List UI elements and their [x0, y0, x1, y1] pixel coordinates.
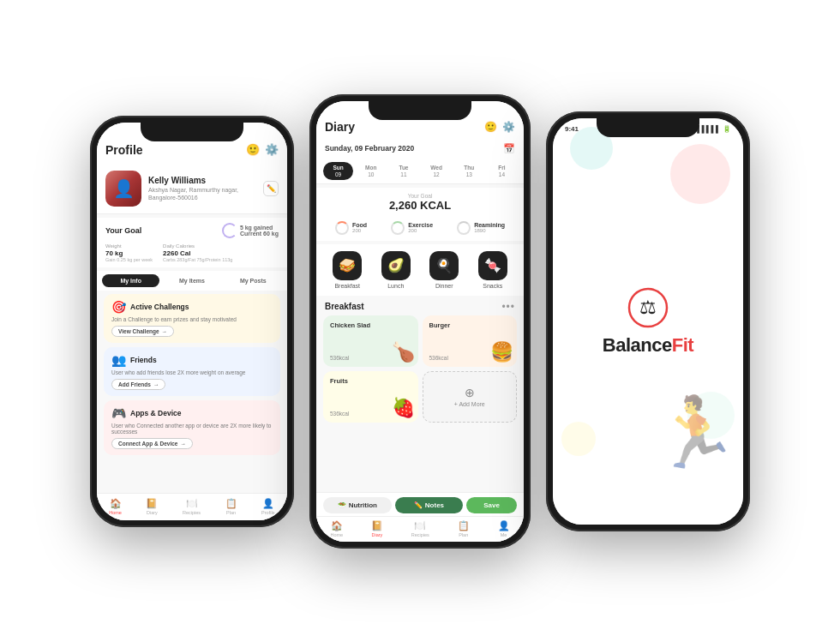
dinner-label: Dinner — [435, 283, 453, 289]
card-apps: 🎮 Apps & Device User who Connected anoth… — [104, 400, 280, 455]
settings-icon[interactable]: ⚙️ — [265, 143, 279, 156]
add-more-button[interactable]: ⊕ + Add More — [423, 371, 518, 423]
tab-my-info[interactable]: My Info — [102, 274, 159, 287]
goal-gain: 5 kg gained — [240, 225, 279, 231]
breakfast-section-header: Breakfast ••• — [316, 296, 524, 315]
exercise-circle — [391, 221, 405, 235]
card-challenges-title: Active Challengs — [130, 303, 189, 311]
diary-goal-label: Your Goal — [321, 193, 519, 199]
gain-rate: Gain 0.25 kg per week — [105, 257, 153, 262]
notes-button[interactable]: ✏️ Notes — [395, 497, 464, 513]
profile-location: Akshya Nagar, Rammurthy nagar, — [148, 187, 238, 193]
day-wed[interactable]: Wed 12 — [422, 162, 452, 180]
food-value: 200 — [352, 228, 367, 233]
profile-user-card: 👤 Kelly Williams Akshya Nagar, Rammurthy… — [97, 164, 287, 214]
day-sun[interactable]: Sun 09 — [323, 162, 353, 180]
card-friends-header: 👥 Friends — [111, 353, 273, 367]
diary-screen: Diary 🙂 ⚙️ Sunday, 09 February 2020 📅 Su… — [316, 101, 524, 542]
profile-screen-wrapper: Profile 🙂 ⚙️ 👤 Kelly Williams Akshya Nag… — [97, 123, 287, 520]
carbs-info: Carbs 283g/Fat 75g/Protein 113g — [163, 257, 232, 262]
notch-diary — [369, 101, 471, 120]
diary-goal-section: Your Goal 2,260 KCAL — [316, 188, 524, 217]
friends-icon: 👥 — [111, 353, 126, 367]
diary-settings-icon[interactable]: ⚙️ — [502, 121, 515, 133]
meal-dinner[interactable]: 🍳 Dinner — [429, 251, 459, 289]
nav-recipes[interactable]: 🍽️ Recipies — [183, 498, 201, 515]
snacks-circle: 🍬 — [478, 251, 507, 280]
chicken-icon: 🍗 — [392, 341, 415, 363]
plus-icon: ⊕ — [465, 386, 475, 399]
fruits-icon: 🍓 — [392, 397, 415, 419]
remaining-label: Reamining — [474, 222, 505, 228]
card-apps-desc: User who Connected another app or device… — [111, 423, 273, 435]
logo-black-text: Balance — [603, 334, 672, 356]
goal-header: Your Goal 5 kg gained Current 60 kg — [105, 223, 279, 238]
edit-profile-button[interactable]: ✏️ — [263, 181, 279, 196]
diary-nav-plan[interactable]: 📋 Plan — [458, 520, 470, 537]
diary-nav-me[interactable]: 👤 Me — [498, 520, 510, 537]
food-fruits[interactable]: Fruits 536kcal 🍓 — [323, 371, 418, 423]
diary-nav-home[interactable]: 🏠 Home — [330, 520, 343, 537]
status-icons: ▐▐ ▌▌▌ 🔋 — [694, 125, 731, 133]
add-friends-button[interactable]: Add Friends → — [111, 379, 165, 390]
diary-bottom-bar: 🥗 Nutrition ✏️ Notes Save — [316, 492, 524, 518]
macro-remaining: Reamining 1890 — [457, 221, 505, 235]
goal-gain-info: 5 kg gained Current 60 kg — [240, 225, 279, 237]
profile-stats: Weight 70 kg Gain 0.25 kg per week Daily… — [105, 242, 279, 262]
diary-nav-diary[interactable]: 📔 Diary — [371, 520, 383, 537]
nav-profile[interactable]: 👤 Profile — [261, 498, 275, 515]
me-nav-icon: 👤 — [498, 520, 510, 531]
lunch-circle: 🥑 — [381, 251, 411, 280]
home-icon: 🏠 — [110, 498, 122, 509]
diary-date-row: Sunday, 09 February 2020 📅 — [316, 139, 524, 159]
dinner-circle: 🍳 — [429, 251, 459, 280]
view-challenge-label: View Challenge — [118, 328, 159, 334]
day-mon[interactable]: Mon 10 — [356, 162, 386, 180]
diary-date: Sunday, 09 February 2020 — [325, 144, 414, 153]
notes-icon: ✏️ — [414, 501, 423, 509]
diary-nav-recipes[interactable]: 🍽️ Recipies — [411, 520, 429, 537]
day-thu[interactable]: Thu 13 — [454, 162, 484, 180]
notch-splash — [597, 118, 699, 137]
meal-lunch[interactable]: 🥑 Lunch — [381, 251, 411, 289]
diary-title: Diary — [325, 120, 355, 134]
save-button[interactable]: Save — [466, 497, 517, 513]
food-chicken-salad[interactable]: Chicken Slad 536kcal 🍗 — [323, 315, 418, 367]
smiley-icon[interactable]: 🙂 — [246, 143, 260, 156]
phone-diary: Diary 🙂 ⚙️ Sunday, 09 February 2020 📅 Su… — [309, 94, 531, 549]
svg-text:⚖: ⚖ — [639, 297, 657, 318]
diary-nav-icon: 📔 — [371, 520, 383, 531]
diary-screen-wrapper: Diary 🙂 ⚙️ Sunday, 09 February 2020 📅 Su… — [316, 101, 524, 542]
calendar-icon[interactable]: 📅 — [503, 143, 515, 154]
phones-container: Profile 🙂 ⚙️ 👤 Kelly Williams Akshya Nag… — [0, 0, 840, 642]
tab-my-posts[interactable]: My Posts — [225, 274, 282, 287]
more-options-button[interactable]: ••• — [501, 301, 515, 313]
nutrition-button[interactable]: 🥗 Nutrition — [323, 497, 392, 513]
tab-my-items[interactable]: My Items — [163, 274, 220, 287]
card-friends: 👥 Friends User who add friends lose 2X m… — [104, 347, 280, 396]
view-challenge-button[interactable]: View Challenge → — [111, 326, 174, 337]
day-tue[interactable]: Tue 11 — [388, 162, 418, 180]
notes-label: Notes — [425, 501, 444, 509]
day-fri[interactable]: Fri 14 — [487, 162, 517, 180]
meal-breakfast[interactable]: 🥪 Breakfast — [333, 251, 362, 289]
profile-nav-icon: 👤 — [262, 498, 274, 509]
card-challenges-header: 🎯 Active Challengs — [111, 300, 273, 314]
macro-food: Food 200 — [335, 221, 367, 235]
nav-home[interactable]: 🏠 Home — [109, 498, 122, 515]
meal-snacks[interactable]: 🍬 Snacks — [478, 251, 507, 289]
nav-diary[interactable]: 📔 Diary — [146, 498, 158, 515]
profile-tabs: My Info My Items My Posts — [97, 271, 287, 291]
home-nav-icon: 🏠 — [331, 520, 343, 531]
remaining-circle — [457, 221, 471, 235]
nav-plan[interactable]: 📋 Plan — [225, 498, 237, 515]
goal-progress-circle — [222, 223, 237, 238]
diary-smiley-icon[interactable]: 🙂 — [484, 121, 497, 133]
food-circle — [335, 221, 349, 235]
meal-type-icons: 🥪 Breakfast 🥑 Lunch 🍳 Dinner 🍬 Snacks — [316, 244, 524, 296]
exercise-value: 200 — [408, 228, 433, 233]
profile-city: Bangalore-560016 — [148, 195, 238, 201]
food-burger[interactable]: Burger 536kcal 🍔 — [423, 315, 518, 367]
connect-app-button[interactable]: Connect App & Device → — [111, 438, 193, 449]
stat-calories: Daily Calories 2260 Cal Carbs 283g/Fat 7… — [163, 242, 232, 262]
